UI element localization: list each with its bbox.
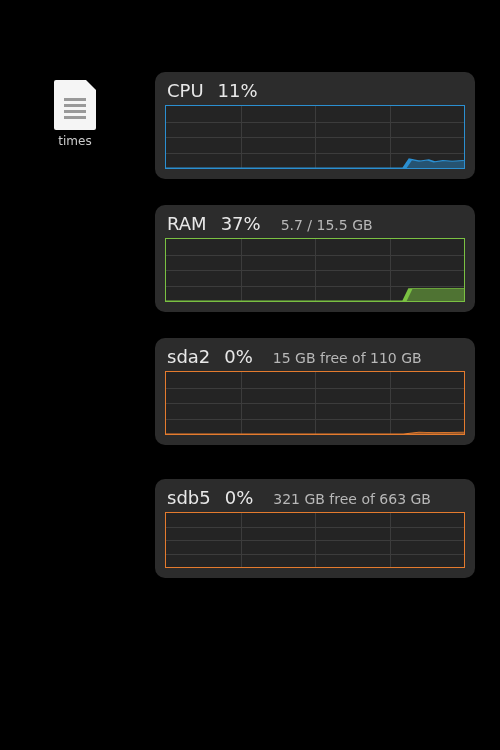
ram-detail: 5.7 / 15.5 GB (281, 217, 373, 233)
spacer (155, 453, 475, 479)
disk-sda2-graph (165, 371, 465, 435)
disk-sda2-label: sda2 (167, 346, 210, 367)
cpu-monitor[interactable]: CPU 11% (155, 72, 475, 179)
text-file-icon (54, 80, 96, 130)
disk-sdb5-header: sdb5 0% 321 GB free of 663 GB (165, 485, 465, 512)
cpu-header: CPU 11% (165, 78, 465, 105)
disk-sda2-value: 0% (224, 346, 253, 367)
disk-sdb5-detail: 321 GB free of 663 GB (273, 491, 431, 507)
cpu-value: 11% (218, 80, 258, 101)
disk-sdb5-value: 0% (225, 487, 254, 508)
ram-value: 37% (221, 213, 261, 234)
desktop-file-label: times (45, 134, 105, 148)
disk-sda2-detail: 15 GB free of 110 GB (273, 350, 422, 366)
disk-sda2-sparkline-icon (166, 372, 464, 434)
disk-sdb5-label: sdb5 (167, 487, 211, 508)
disk-sda2-header: sda2 0% 15 GB free of 110 GB (165, 344, 465, 371)
ram-sparkline-icon (166, 239, 464, 301)
ram-monitor[interactable]: RAM 37% 5.7 / 15.5 GB (155, 205, 475, 312)
disk-sda2-monitor[interactable]: sda2 0% 15 GB free of 110 GB (155, 338, 475, 445)
ram-graph (165, 238, 465, 302)
cpu-sparkline-icon (166, 106, 464, 168)
ram-header: RAM 37% 5.7 / 15.5 GB (165, 211, 465, 238)
desktop-file[interactable]: times (45, 80, 105, 148)
disk-sdb5-monitor[interactable]: sdb5 0% 321 GB free of 663 GB (155, 479, 475, 578)
ram-label: RAM (167, 213, 207, 234)
system-monitor-widgets: CPU 11% RAM 37% 5.7 / 15.5 GB (155, 72, 475, 604)
cpu-label: CPU (167, 80, 204, 101)
disk-sdb5-graph (165, 512, 465, 568)
cpu-graph (165, 105, 465, 169)
